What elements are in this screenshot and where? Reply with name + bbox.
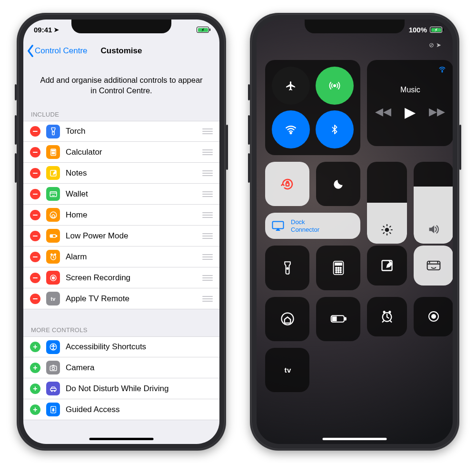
drag-handle[interactable] — [202, 191, 213, 197]
torch-button[interactable] — [265, 246, 309, 290]
svg-rect-59 — [345, 317, 346, 320]
svg-line-40 — [384, 233, 385, 234]
drag-handle[interactable] — [202, 149, 213, 155]
add-button[interactable] — [30, 404, 40, 415]
control-row-camera: Camera — [23, 357, 219, 378]
calculator-button[interactable] — [316, 246, 360, 290]
back-button[interactable]: Control Centre — [24, 44, 88, 58]
back-label: Control Centre — [35, 46, 88, 56]
mirror-line2: Connector — [291, 226, 319, 234]
wallet-button[interactable] — [414, 246, 453, 286]
control-label: Low Power Mode — [66, 231, 197, 241]
svg-line-38 — [384, 227, 385, 227]
control-row-accessibility: Accessibility Shortcuts — [23, 336, 219, 357]
add-button[interactable] — [30, 384, 40, 394]
play-button[interactable]: ▶ — [405, 104, 416, 120]
remove-button[interactable] — [30, 273, 40, 283]
drag-handle[interactable] — [202, 254, 213, 260]
svg-rect-13 — [56, 235, 57, 236]
svg-point-30 — [290, 132, 292, 134]
previous-track-button[interactable]: ◀◀ — [375, 106, 391, 118]
control-row-calculator: Calculator — [23, 142, 219, 163]
svg-rect-45 — [335, 263, 342, 266]
control-label: Accessibility Shortcuts — [66, 342, 213, 352]
svg-point-8 — [54, 153, 55, 154]
volume-icon — [427, 223, 440, 236]
remove-button[interactable] — [30, 294, 40, 304]
music-widget[interactable]: Music ◀◀ ▶ ▶▶ — [367, 60, 453, 146]
next-track-button[interactable]: ▶▶ — [429, 106, 445, 118]
bluetooth-toggle[interactable] — [316, 110, 354, 148]
iphone-frame-control-centre: 100% ⚡︎ ⊘ ➤ — [250, 13, 459, 451]
drag-handle[interactable] — [202, 170, 213, 176]
add-button[interactable] — [30, 363, 40, 373]
home-indicator[interactable] — [89, 438, 154, 440]
svg-rect-60 — [332, 317, 336, 321]
drag-handle[interactable] — [202, 212, 213, 218]
apple-tv-remote-button[interactable]: tv — [265, 348, 309, 392]
svg-point-7 — [53, 153, 54, 154]
control-label: Wallet — [66, 189, 197, 199]
control-label: Home — [66, 210, 197, 220]
svg-line-41 — [390, 227, 391, 227]
svg-point-21 — [52, 345, 53, 346]
drag-handle[interactable] — [202, 128, 213, 134]
control-row-alarm: Alarm — [23, 246, 219, 267]
drag-handle[interactable] — [202, 296, 213, 302]
svg-point-52 — [336, 272, 337, 273]
wifi-toggle[interactable] — [272, 110, 310, 148]
tv-icon: tv — [46, 292, 60, 305]
location-status-icon: ➤ — [436, 41, 441, 49]
page-description: Add and organise additional controls to … — [23, 61, 219, 108]
svg-point-16 — [50, 254, 52, 255]
volume-slider[interactable] — [414, 162, 453, 244]
remove-button[interactable] — [30, 189, 40, 199]
control-label: Notes — [66, 168, 197, 178]
drag-handle[interactable] — [202, 233, 213, 239]
airplane-mode-toggle[interactable] — [272, 67, 310, 105]
svg-point-46 — [336, 267, 337, 269]
torch-icon — [46, 125, 60, 138]
alarm-button[interactable] — [367, 297, 407, 337]
screen-mirroring-button[interactable]: Dock Connector — [265, 213, 360, 239]
svg-rect-22 — [50, 366, 57, 371]
screen-recording-button[interactable] — [414, 297, 453, 337]
remove-button[interactable] — [30, 126, 40, 137]
remove-button[interactable] — [30, 252, 40, 262]
remove-button[interactable] — [30, 168, 40, 178]
brightness-slider[interactable] — [367, 162, 407, 244]
do-not-disturb-toggle[interactable] — [316, 162, 360, 206]
svg-rect-14 — [50, 235, 52, 236]
svg-point-5 — [54, 152, 55, 153]
cellular-data-toggle[interactable] — [316, 67, 354, 105]
control-label: Apple TV Remote — [66, 294, 197, 304]
brightness-icon — [381, 224, 393, 236]
svg-point-3 — [52, 152, 53, 153]
home-button[interactable] — [265, 297, 309, 341]
wallet-icon — [46, 187, 60, 201]
battery-icon: ⚡︎ — [430, 27, 442, 33]
section-header-include: INCLUDE — [23, 108, 219, 121]
airplay-icon — [438, 66, 446, 74]
section-header-more: MORE CONTROLS — [23, 324, 219, 336]
remove-button[interactable] — [30, 210, 40, 220]
add-button[interactable] — [30, 342, 40, 352]
home-indicator[interactable] — [323, 438, 387, 440]
orientation-lock-toggle[interactable] — [265, 162, 309, 206]
remove-button[interactable] — [30, 231, 40, 241]
low-power-mode-button[interactable] — [316, 297, 360, 341]
svg-rect-2 — [51, 150, 55, 151]
battery-icon: ⚡︎ — [197, 27, 209, 33]
svg-point-25 — [51, 390, 52, 391]
remove-button[interactable] — [30, 147, 40, 158]
control-row-record: Screen Recording — [23, 267, 219, 288]
control-label: Camera — [66, 363, 213, 373]
drag-handle[interactable] — [202, 275, 213, 281]
car-icon — [46, 382, 60, 395]
control-row-car: Do Not Disturb While Driving — [23, 378, 219, 399]
svg-point-50 — [337, 269, 339, 271]
music-title: Music — [400, 86, 420, 94]
notes-button[interactable] — [367, 246, 407, 286]
svg-point-33 — [385, 228, 389, 232]
camera-icon — [46, 361, 60, 374]
